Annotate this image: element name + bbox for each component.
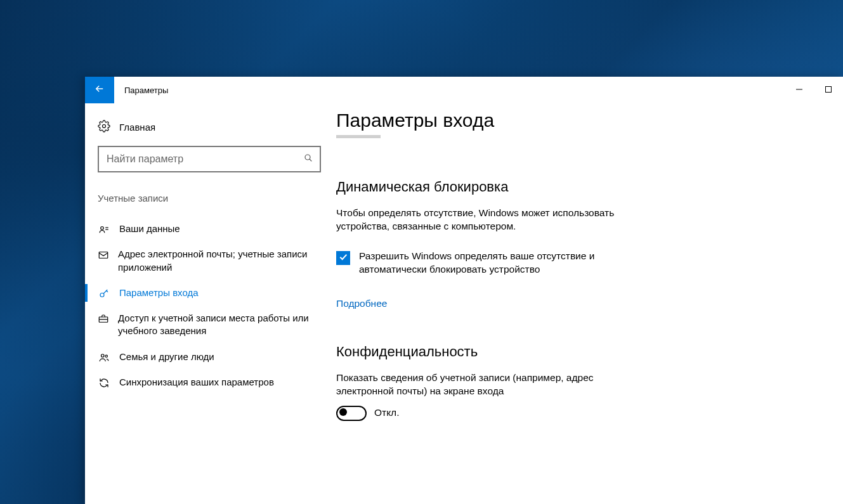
sidebar-item-label: Семья и другие люди <box>119 351 214 363</box>
svg-point-13 <box>105 355 107 357</box>
page-title: Параметры входа <box>336 110 818 131</box>
sync-icon <box>98 376 110 389</box>
search-box[interactable] <box>98 146 321 172</box>
sidebar-item-email-accounts[interactable]: Адрес электронной почты; учетные записи … <box>98 242 321 280</box>
section-privacy-heading: Конфиденциальность <box>336 344 818 360</box>
sidebar-group-header: Учетные записи <box>98 193 321 204</box>
settings-window: Параметры Главная Уч <box>85 77 843 504</box>
checkmark-icon <box>338 252 348 264</box>
svg-point-2 <box>103 125 106 128</box>
sidebar-item-sync[interactable]: Синхронизация ваших параметров <box>98 370 321 395</box>
privacy-toggle-state: Откл. <box>374 406 399 420</box>
titlebar: Параметры <box>85 77 843 103</box>
sidebar-item-your-info[interactable]: Ваши данные <box>98 216 321 242</box>
sidebar-item-label: Параметры входа <box>119 287 199 299</box>
privacy-toggle[interactable] <box>336 406 367 421</box>
svg-point-3 <box>305 155 310 160</box>
person-id-icon <box>98 223 110 235</box>
dynamic-lock-checkbox[interactable] <box>336 251 350 265</box>
minimize-icon <box>795 84 803 96</box>
back-button[interactable] <box>85 77 114 103</box>
sidebar-item-work-school[interactable]: Доступ к учетной записи места работы или… <box>98 306 321 344</box>
key-icon <box>98 287 110 299</box>
sidebar-item-label: Синхронизация ваших параметров <box>119 376 274 389</box>
briefcase-icon <box>98 312 109 325</box>
svg-point-5 <box>101 227 104 230</box>
sidebar-item-label: Адрес электронной почты; учетные записи … <box>118 248 321 274</box>
sidebar: Главная Учетные записи Ваши данные А <box>85 103 336 504</box>
mail-icon <box>98 248 109 261</box>
search-icon <box>303 153 313 165</box>
svg-point-12 <box>101 354 105 357</box>
svg-line-4 <box>310 159 311 161</box>
svg-rect-1 <box>826 87 832 93</box>
title-underline <box>336 135 381 138</box>
svg-rect-8 <box>99 252 108 259</box>
minimize-button[interactable] <box>785 77 814 103</box>
sidebar-item-signin-options[interactable]: Параметры входа <box>98 280 321 306</box>
sidebar-item-label: Ваши данные <box>119 223 180 235</box>
dynamic-lock-description: Чтобы определять отсутствие, Windows мож… <box>336 207 653 233</box>
search-input[interactable] <box>105 153 303 165</box>
sidebar-home[interactable]: Главная <box>98 116 321 146</box>
dynamic-lock-checkbox-row[interactable]: Разрешить Windows определять ваше отсутс… <box>336 250 666 276</box>
learn-more-link[interactable]: Подробнее <box>336 298 387 309</box>
sidebar-item-family[interactable]: Семья и другие люди <box>98 344 321 370</box>
sidebar-item-label: Доступ к учетной записи места работы или… <box>118 312 321 338</box>
window-controls <box>785 77 843 103</box>
toggle-knob <box>339 408 347 416</box>
content-pane: Параметры входа Динамическая блокировка … <box>336 103 843 504</box>
svg-point-9 <box>100 293 104 297</box>
dynamic-lock-checkbox-label: Разрешить Windows определять ваше отсутс… <box>359 250 638 276</box>
window-title: Параметры <box>114 77 785 103</box>
maximize-button[interactable] <box>814 77 843 103</box>
sidebar-home-label: Главная <box>119 122 155 132</box>
gear-icon <box>98 120 110 134</box>
arrow-left-icon <box>94 83 105 97</box>
privacy-description: Показать сведения об учетной записи (нап… <box>336 372 653 398</box>
maximize-icon <box>825 84 832 96</box>
section-dynamic-lock-heading: Динамическая блокировка <box>336 179 818 195</box>
people-icon <box>98 351 110 363</box>
